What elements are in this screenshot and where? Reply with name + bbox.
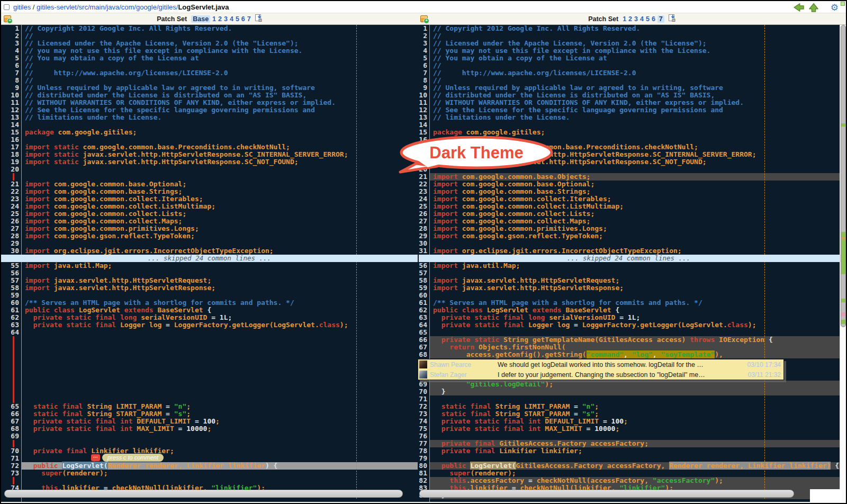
expand-files-icon[interactable] xyxy=(4,15,11,22)
patchset-link-left-5[interactable]: 5 xyxy=(236,15,239,23)
code-row[interactable]: 3// Licensed under the Apache License, V… xyxy=(1,40,418,47)
code-row[interactable]: 25import com.google.common.collect.Lists… xyxy=(1,210,418,218)
code-row[interactable]: 73 static final String START_PARAM = "s"… xyxy=(418,410,840,418)
code-row[interactable]: 75 private static final int MAX_LIMIT = … xyxy=(418,425,840,433)
code-row[interactable]: 81 super(renderer); xyxy=(418,470,840,477)
horizontal-scrollbar[interactable] xyxy=(4,490,403,498)
code-row[interactable]: 57 xyxy=(418,269,840,277)
patchset-link-right-1[interactable]: 1 xyxy=(623,15,626,23)
code-row[interactable]: 4// you may not use this file except in … xyxy=(418,47,840,55)
line-number[interactable]: 29 xyxy=(418,232,427,240)
line-number[interactable]: 21 xyxy=(1,181,19,188)
code-row[interactable]: 16 xyxy=(418,136,840,143)
code-row[interactable]: 31import org.eclipse.jgit.errors.Incorre… xyxy=(418,247,840,255)
code-row[interactable]: 14 xyxy=(1,121,418,129)
line-number[interactable]: 5 xyxy=(418,55,427,62)
code-row[interactable]: 59 xyxy=(1,292,418,299)
line-number[interactable]: 82 xyxy=(418,477,427,484)
line-number[interactable]: 26 xyxy=(1,218,19,225)
code-row[interactable]: 24import com.google.common.collect.ListM… xyxy=(1,203,418,210)
line-number[interactable]: 11 xyxy=(1,99,19,106)
code-row[interactable]: 79 xyxy=(418,455,840,462)
line-number[interactable]: 73 xyxy=(418,410,427,418)
line-number[interactable]: 64 xyxy=(1,329,19,336)
line-number[interactable]: 56 xyxy=(1,269,19,277)
line-number[interactable]: 58 xyxy=(418,277,427,284)
line-number[interactable]: 7 xyxy=(418,69,427,77)
line-number[interactable]: 72 xyxy=(1,462,19,470)
code-row[interactable]: 13// limitations under the License. xyxy=(418,114,840,121)
line-number[interactable]: 22 xyxy=(1,188,19,195)
skipped-lines-banner[interactable]: ... skipped 24 common lines ... xyxy=(418,255,840,262)
code-row[interactable]: 29import com.google.gson.reflect.TypeTok… xyxy=(418,232,840,240)
line-number[interactable]: 75 xyxy=(418,425,427,433)
code-row[interactable]: 28import com.google.common.primitives.Lo… xyxy=(418,225,840,232)
code-row[interactable]: 1// Copyright 2012 Google Inc. All Right… xyxy=(418,25,840,32)
line-number[interactable]: 3 xyxy=(418,40,427,47)
line-number[interactable]: 67 xyxy=(418,344,427,351)
line-number[interactable]: 14 xyxy=(1,121,19,129)
code-row[interactable]: 58import javax.servlet.http.HttpServletR… xyxy=(418,277,840,284)
code-row[interactable]: 9// Unless required by applicable law or… xyxy=(1,84,418,92)
line-number[interactable]: 22 xyxy=(418,181,427,188)
line-number[interactable]: 1 xyxy=(1,25,19,32)
line-number[interactable]: 70 xyxy=(418,388,427,395)
code-row[interactable]: 80 public LogServlet(GitilesAccess.Facto… xyxy=(418,462,840,470)
line-number[interactable]: 81 xyxy=(418,470,427,477)
patchset-link-right-2[interactable]: 2 xyxy=(628,15,632,23)
code-row[interactable]: 8// xyxy=(1,77,418,84)
code-row[interactable]: 7// http://www.apache.org/licenses/LICEN… xyxy=(1,69,418,77)
line-number[interactable]: 61 xyxy=(1,307,19,314)
code-row[interactable]: 17import static com.google.common.base.P… xyxy=(418,143,840,151)
code-row[interactable]: 27import com.google.common.collect.Maps; xyxy=(418,218,840,225)
line-number[interactable]: 23 xyxy=(1,195,19,203)
line-number[interactable]: 27 xyxy=(1,225,19,232)
line-number[interactable]: 2 xyxy=(1,32,19,40)
line-number[interactable]: 78 xyxy=(418,447,427,455)
line-number[interactable]: 66 xyxy=(1,410,19,418)
code-row[interactable]: 74 private static final int DEFAULT_LIMI… xyxy=(418,418,840,425)
line-number[interactable]: 64 xyxy=(418,321,427,329)
file-reviewed-checkbox[interactable] xyxy=(4,4,10,10)
patchset-link-left-6[interactable]: 6 xyxy=(241,15,245,23)
line-number[interactable]: 73 xyxy=(1,470,19,477)
code-row[interactable]: 63 private static final long serialVersi… xyxy=(418,314,840,321)
code-row[interactable]: 5// You may obtain a copy of the License… xyxy=(418,55,840,62)
code-row[interactable]: 5// You may obtain a copy of the License… xyxy=(1,55,418,62)
line-number[interactable]: 61 xyxy=(418,299,427,307)
code-row[interactable]: 66 private static String getTemplateName… xyxy=(418,336,840,344)
code-row[interactable]: 57import javax.servlet.http.HttpServletR… xyxy=(1,277,418,284)
line-number[interactable]: 24 xyxy=(1,203,19,210)
line-number[interactable]: 66 xyxy=(418,336,427,344)
code-row[interactable]: 30import org.eclipse.jgit.errors.Incorre… xyxy=(1,247,418,255)
line-number[interactable]: 55 xyxy=(1,262,19,269)
code-row[interactable]: 22import com.google.common.base.Optional… xyxy=(418,181,840,188)
code-row[interactable]: 16 xyxy=(1,136,418,143)
line-number[interactable]: 68 xyxy=(418,351,427,358)
line-number[interactable]: 2 xyxy=(418,32,427,40)
line-number[interactable]: 57 xyxy=(418,269,427,277)
code-row[interactable]: 64 xyxy=(1,329,418,336)
comment-entry[interactable]: Stefan ZagerI defer to your judgement. C… xyxy=(418,370,783,380)
patchset-link-left-base[interactable]: Base xyxy=(191,15,210,23)
inline-comment-thread[interactable]: Shawn PearceWe should get logDetail work… xyxy=(418,359,784,380)
line-number[interactable]: 69 xyxy=(1,433,19,440)
code-row[interactable]: 15package com.google.gitiles; xyxy=(418,129,840,136)
line-number[interactable]: 62 xyxy=(1,314,19,321)
back-arrow-icon[interactable] xyxy=(793,3,805,12)
code-row[interactable]: 15package com.google.gitiles; xyxy=(1,129,418,136)
code-row[interactable]: 17import static com.google.common.base.P… xyxy=(1,143,418,151)
code-row[interactable]: 14 xyxy=(418,121,840,129)
line-number[interactable]: 65 xyxy=(1,403,19,410)
line-number[interactable]: 69 xyxy=(418,381,427,388)
code-row[interactable]: 20 xyxy=(418,166,840,173)
line-number[interactable]: 12 xyxy=(1,106,19,114)
line-number[interactable]: 77 xyxy=(418,440,427,447)
code-row[interactable]: 3// Licensed under the Apache License, V… xyxy=(418,40,840,47)
line-number[interactable]: 71 xyxy=(418,395,427,403)
line-number[interactable]: 9 xyxy=(418,84,427,92)
code-row[interactable]: 19import static javax.servlet.http.HttpS… xyxy=(1,158,418,166)
line-number[interactable]: 28 xyxy=(1,232,19,240)
code-row[interactable]: 62public class LogServlet extends BaseSe… xyxy=(418,307,840,314)
line-number[interactable]: 9 xyxy=(1,84,19,92)
